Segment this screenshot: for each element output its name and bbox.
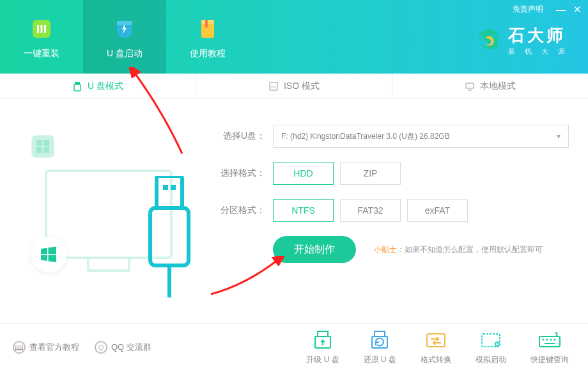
- svg-rect-21: [171, 185, 176, 190]
- nav-label: U 盘启动: [107, 48, 143, 59]
- qq-icon: Q: [95, 341, 107, 354]
- usb-plug-icon: [144, 176, 195, 297]
- help-link-tutorial[interactable]: 📖 查看官方教程: [13, 341, 79, 354]
- tool-simulate-boot[interactable]: 模拟启动: [476, 330, 506, 365]
- svg-rect-29: [482, 334, 500, 347]
- minimize-button[interactable]: —: [556, 4, 566, 14]
- svg-rect-9: [74, 84, 81, 91]
- book-circle-icon: 📖: [13, 341, 26, 354]
- tip-text: 小贴士：如果不知道怎么配置，使用默认配置即可: [374, 244, 543, 255]
- format-convert-icon: [422, 330, 449, 351]
- tool-format-convert[interactable]: 格式转换: [421, 330, 451, 365]
- svg-rect-19: [157, 176, 182, 208]
- app-header: 免责声明 — ✕ 一键重装 U 盘启动 使用教程 石大师 装 机 大 师: [0, 0, 588, 74]
- monitor-icon: [465, 81, 475, 91]
- shield-bolt-icon: [111, 15, 139, 43]
- format-label: 选择格式：: [217, 168, 265, 179]
- keyboard-icon: [536, 330, 563, 351]
- close-button[interactable]: ✕: [573, 4, 582, 14]
- nav-tab-reinstall[interactable]: 一键重装: [0, 0, 83, 74]
- mode-tabs: U 盘模式 ISO ISO 模式 本地模式: [0, 74, 588, 99]
- svg-rect-31: [539, 336, 560, 347]
- tool-restore-usb[interactable]: 还原 U 盘: [364, 330, 396, 365]
- nav-tab-tutorial[interactable]: 使用教程: [166, 0, 249, 74]
- logo-title: 石大师: [508, 24, 569, 47]
- svg-rect-18: [43, 147, 49, 153]
- tool-hotkey-lookup[interactable]: 快捷键查询: [530, 330, 569, 365]
- partition-option-fat32[interactable]: FAT32: [340, 199, 401, 222]
- partition-option-exfat[interactable]: exFAT: [407, 199, 468, 222]
- mode-tab-local[interactable]: 本地模式: [392, 74, 588, 99]
- partition-option-ntfs[interactable]: NTFS: [273, 199, 334, 222]
- windows-badge-icon: [31, 237, 66, 272]
- svg-rect-14: [31, 135, 54, 157]
- app-logo: 石大师 装 机 大 师: [475, 24, 569, 56]
- format-option-zip[interactable]: ZIP: [340, 162, 401, 185]
- start-button[interactable]: 开始制作: [273, 236, 356, 263]
- disk-select[interactable]: F: (hd2) KingstonDataTraveler 3.0 (U盘) 2…: [273, 125, 569, 148]
- windows-tile-icon: [29, 132, 57, 161]
- nav-tab-usb-boot[interactable]: U 盘启动: [83, 0, 166, 74]
- svg-text:ISO: ISO: [271, 85, 277, 89]
- logo-icon: [475, 27, 502, 54]
- restore-usb-icon: [366, 330, 393, 351]
- svg-rect-1: [37, 25, 39, 33]
- simulate-boot-icon: [477, 330, 504, 351]
- svg-rect-3: [44, 25, 46, 33]
- svg-rect-15: [36, 140, 42, 146]
- partition-label: 分区格式：: [217, 205, 265, 216]
- nav-label: 使用教程: [190, 48, 226, 59]
- svg-rect-20: [163, 185, 168, 190]
- svg-rect-26: [375, 331, 385, 336]
- usb-icon: [72, 81, 82, 91]
- svg-rect-17: [36, 147, 42, 153]
- iso-icon: ISO: [268, 81, 279, 91]
- svg-rect-7: [205, 20, 208, 28]
- chevron-down-icon: ▾: [557, 132, 561, 141]
- illustration: [19, 125, 198, 291]
- disclaimer-link[interactable]: 免责声明: [513, 4, 543, 15]
- mode-tab-usb[interactable]: U 盘模式: [0, 74, 196, 99]
- svg-rect-28: [427, 334, 445, 347]
- svg-rect-22: [150, 208, 189, 265]
- mode-tab-iso[interactable]: ISO ISO 模式: [196, 74, 392, 99]
- help-link-qq[interactable]: Q QQ 交流群: [95, 341, 151, 354]
- bottom-bar: 📖 查看官方教程 Q QQ 交流群 升级 U 盘 还原 U 盘 格式转换 模拟启…: [0, 323, 588, 371]
- tool-upgrade-usb[interactable]: 升级 U 盘: [306, 330, 339, 365]
- svg-rect-16: [43, 140, 49, 146]
- svg-rect-24: [318, 331, 328, 336]
- logo-subtitle: 装 机 大 师: [508, 47, 569, 56]
- format-option-hdd[interactable]: HDD: [273, 162, 334, 185]
- upgrade-usb-icon: [309, 330, 336, 351]
- disk-label: 选择U盘：: [217, 130, 265, 142]
- svg-rect-12: [466, 83, 474, 88]
- bars-icon: [27, 15, 56, 43]
- book-icon: [194, 15, 222, 43]
- svg-rect-2: [41, 25, 43, 33]
- nav-label: 一键重装: [24, 48, 59, 59]
